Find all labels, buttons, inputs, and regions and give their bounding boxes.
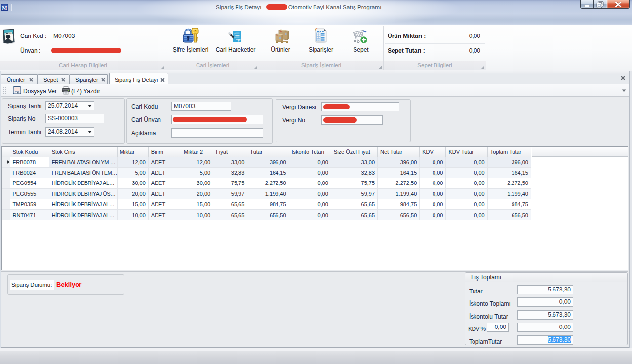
svg-text:M: M <box>2 5 7 11</box>
